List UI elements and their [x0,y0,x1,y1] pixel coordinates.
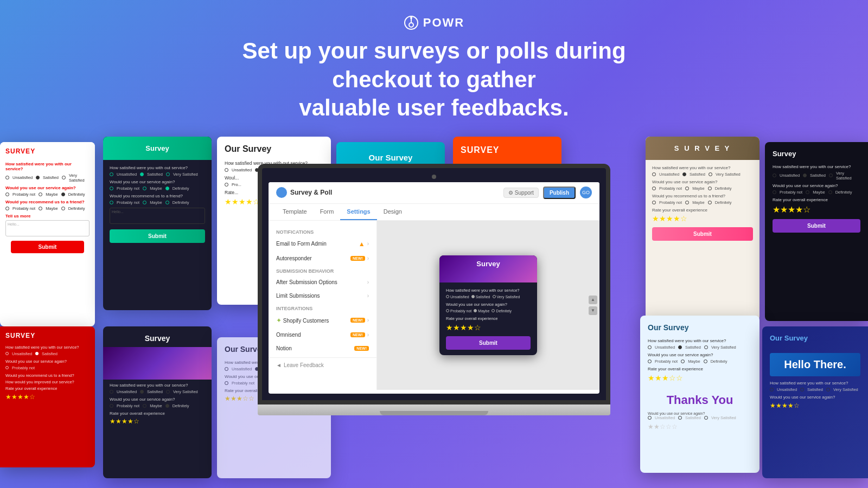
survey-card-1: SURVEY How satisfied were you with our s… [0,142,95,326]
survey-card-9: Survey How satisfied were you with our s… [103,326,212,478]
app-header: Survey & Poll ⚙ Support Publish GO [269,182,599,204]
app-content: Notifications Email to Form Admin ▲ › Au… [269,221,599,390]
card1-q1: How satisfied were you with our service? [5,162,90,171]
card12-title: Our Survey [770,334,860,342]
headline: Set up your surveys or polls during chec… [190,37,678,123]
card5-title: SURVEY [461,145,554,155]
svg-point-1 [410,17,412,19]
card6-q1: How satisfied were you with our service? [652,165,753,170]
preview-body: How satisfied were you with our service?… [439,282,537,355]
app-logo-icon [276,187,287,198]
app-sidebar: Notifications Email to Form Admin ▲ › Au… [269,221,377,390]
scroll-buttons: ▲ ▼ [589,296,597,315]
tab-template[interactable]: Template [276,204,314,220]
preview-bg: Survey [439,255,537,282]
survey-card-6: S U R V E Y How satisfied were you with … [646,137,760,321]
integrations-section: Integrations [269,303,376,313]
shopify-icon: ✦ [276,317,282,324]
tab-settings[interactable]: Settings [340,204,376,220]
laptop-base [258,404,610,415]
shopify-new-badge: NEW! [350,318,365,323]
limit-submissions-item[interactable]: Limit Submissions › [269,289,376,303]
card6-title: S U R V E Y [653,144,752,152]
card9-title: Survey [111,334,204,343]
card2-q1: How satisfied were you with out service? [110,165,205,170]
survey-card-2: Survey How satisfied were you with out s… [103,137,212,310]
card1-q2: Would you use our service again? [5,185,90,190]
card2-textarea: Hello... [110,208,205,224]
preview-q1: How satisfied were you with our service? [446,288,531,293]
autoresponder-item[interactable]: Autoresponder NEW! › [269,252,376,265]
card11-title: Our Survey [648,323,752,332]
brand-logo: POWR [404,15,464,30]
publish-button[interactable]: Publish [543,187,576,199]
card6-stars: ★★★★☆ [652,214,753,223]
card1-q4: Tell us more [5,214,90,219]
card1-textarea: Hello... [5,220,90,236]
preview-stars: ★★★★☆ [446,323,531,332]
laptop-screen: Survey & Poll ⚙ Support Publish GO Templ… [269,182,599,394]
page-header: POWR Set up your surveys or polls during… [0,0,868,131]
preview-q2: Would you use our service again? [446,302,531,307]
tab-design[interactable]: Design [377,204,409,220]
survey-card-8: SURVEY How satisfied were you with our s… [0,326,95,467]
preview-radios-1: Unsatisfied Satisfied Very Satisfied [446,295,531,299]
card2-q2: Would you use our service again? [110,179,205,184]
scroll-down-button[interactable]: ▼ [589,306,597,315]
card1-q3: Would you recommend us to a friend? [5,200,90,204]
after-submission-item[interactable]: After Submission Options › [269,275,376,289]
shopify-item[interactable]: ✦ Shopify Customers NEW! › [269,313,376,328]
card2-title: Survey [111,144,204,152]
survey-card-12: Our Survey Hello There. How satisfied we… [762,326,868,478]
new-badge: NEW! [350,256,365,261]
app-title: Survey & Poll [290,189,332,196]
card8-title: SURVEY [5,332,90,339]
leave-feedback-item[interactable]: ◄ Leave Feedback [269,357,376,373]
app-tabs: Template Form Settings Design [269,204,599,221]
preview-survey-card: Survey How satisfied were you with our s… [439,255,537,355]
card7-submit[interactable]: Submit [773,219,860,233]
card6-submit[interactable]: Submit [652,227,753,241]
notion-item[interactable]: Notion NEW! [269,342,376,355]
email-admin-item[interactable]: Email to Form Admin ▲ › [269,236,376,252]
laptop-camera [432,175,436,179]
cards-area: SURVEY How satisfied were you with our s… [0,137,868,484]
thanks-you-text: Thanks You [648,393,752,407]
powr-icon [404,15,419,30]
survey-card-11: Our Survey How satisfied were you with o… [640,316,760,473]
card7-title: Survey [773,150,860,158]
support-icon: ⚙ [508,190,513,196]
omnisend-new-badge: NEW! [350,332,365,337]
card4-title: Our Survey [344,153,437,162]
support-button[interactable]: ⚙ Support [503,188,539,198]
hello-there-text: Hello There. [770,353,860,376]
preview-q3: Rate your overall experience [446,316,531,321]
laptop-screen-area: Survey & Poll ⚙ Support Publish GO Templ… [258,164,610,404]
card1-submit[interactable]: Submit [11,241,84,253]
card1-title: SURVEY [5,147,90,155]
app-preview: Survey How satisfied were you with our s… [377,221,599,390]
preview-radios-2: Probably not Maybe Definitely [446,309,531,313]
survey-card-7: Survey How satisfied were you with our s… [765,142,868,321]
app-logo: Survey & Poll [276,187,332,198]
app-header-right: ⚙ Support Publish GO [503,187,592,199]
card2-q3: Would you recommend us to a friend? [110,194,205,198]
card3-title: Our Survey [225,144,323,154]
notion-new-badge: NEW! [354,346,369,351]
tab-form[interactable]: Form [314,204,341,220]
submission-section: Submission Behavior [269,265,376,275]
laptop-mockup: Survey & Poll ⚙ Support Publish GO Templ… [258,164,610,415]
preview-title: Survey [476,260,500,268]
notifications-section: Notifications [269,226,376,236]
scroll-up-button[interactable]: ▲ [589,296,597,304]
user-avatar: GO [580,187,592,198]
card2-submit[interactable]: Submit [110,229,205,243]
omnisend-item[interactable]: Omnisend NEW! › [269,328,376,342]
preview-submit-button[interactable]: Submit [446,336,531,350]
